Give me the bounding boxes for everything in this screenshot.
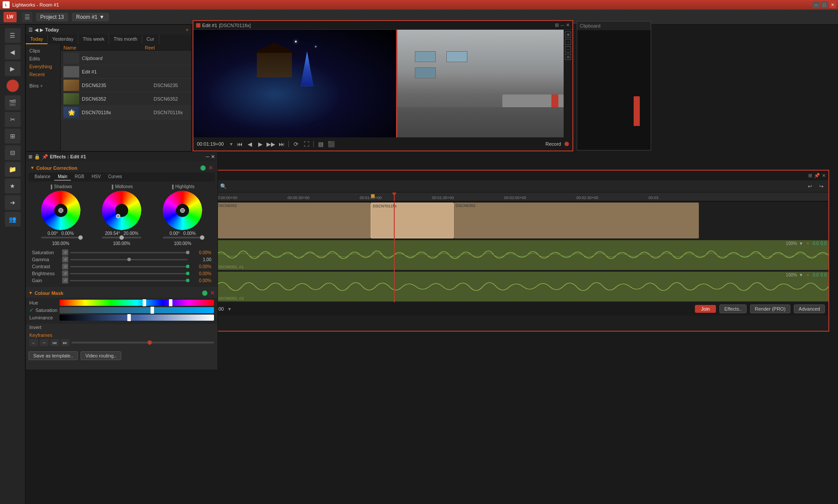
- hue-marker-2[interactable]: [169, 299, 172, 306]
- kf-prev-btn[interactable]: ←: [29, 339, 38, 346]
- preview-sidebar-btn-3[interactable]: ↔: [565, 46, 571, 52]
- tab-today[interactable]: Today: [26, 35, 48, 44]
- join-button[interactable]: Join: [695, 305, 716, 313]
- cc-tab-rgb[interactable]: RGB: [71, 173, 88, 181]
- gain-slider[interactable]: [70, 280, 188, 281]
- tab-this-month[interactable]: This month: [109, 35, 142, 44]
- bins-add-icon[interactable]: +: [40, 83, 42, 88]
- tool-clip[interactable]: 🎬: [5, 95, 21, 110]
- mask-expand-icon[interactable]: ▼: [28, 290, 33, 295]
- mask-enable-dot[interactable]: [202, 290, 207, 296]
- preview-minimize-icon[interactable]: ─: [561, 23, 564, 28]
- tool-forward[interactable]: ▶: [5, 61, 21, 76]
- tool-hamburger[interactable]: ☰: [5, 28, 21, 43]
- project-label[interactable]: Project 13: [36, 13, 68, 21]
- kf-marker[interactable]: [147, 340, 152, 345]
- tool-folder[interactable]: 📁: [5, 162, 21, 177]
- highlights-slider[interactable]: [163, 237, 202, 238]
- preview-sidebar-btn-4[interactable]: ⊟: [565, 54, 571, 60]
- tool-layers[interactable]: ⊟: [5, 145, 21, 160]
- minimize-button[interactable]: ─: [813, 1, 820, 8]
- tl-clip-v1-1[interactable]: DSCN6352: [215, 203, 371, 238]
- highlights-wheel[interactable]: [163, 191, 202, 230]
- preview-settings-icon[interactable]: ⊞: [555, 22, 559, 28]
- cc-close-btn[interactable]: ✕: [208, 164, 213, 171]
- timeline-close-icon[interactable]: ✕: [822, 173, 826, 178]
- gamma-slider[interactable]: [70, 259, 188, 260]
- forward-icon[interactable]: ▶: [40, 27, 43, 33]
- tool-back[interactable]: ◀: [5, 45, 21, 60]
- lum-bar[interactable]: [60, 315, 214, 321]
- tool-edit[interactable]: ✂: [5, 112, 21, 127]
- saturation-icon[interactable]: ↺: [62, 249, 68, 256]
- room-selector[interactable]: Room #1 ▼: [72, 13, 109, 21]
- effects-lock-icon[interactable]: 🔒: [34, 154, 40, 160]
- tab-yesterday[interactable]: Yesterday: [48, 35, 78, 44]
- preview-sidebar-btn-1[interactable]: ⊞: [565, 32, 571, 38]
- effects-close-icon[interactable]: ✕: [211, 154, 215, 160]
- filter-clips[interactable]: Clips: [26, 47, 60, 55]
- contrast-slider[interactable]: [70, 266, 188, 267]
- gain-icon[interactable]: ↺: [62, 277, 68, 284]
- brightness-icon[interactable]: ↺: [62, 270, 68, 276]
- hue-marker-1[interactable]: [143, 299, 146, 306]
- filter-bins[interactable]: Bins +: [26, 82, 60, 90]
- list-item[interactable]: Edit #1: [61, 65, 191, 79]
- hue-bar[interactable]: [60, 300, 214, 306]
- tool-users[interactable]: 👥: [5, 212, 21, 227]
- save-template-button[interactable]: Save as template..: [28, 351, 78, 360]
- midtones-wheel[interactable]: [102, 191, 141, 230]
- list-item[interactable]: DSCN6235 DSCN6235: [61, 79, 191, 92]
- effects-settings-icon[interactable]: ⊞: [28, 154, 32, 160]
- tl-search-btn[interactable]: 🔍: [219, 182, 228, 191]
- timeline-pin-icon[interactable]: 📌: [814, 173, 820, 178]
- sat-bar[interactable]: [60, 307, 214, 313]
- tool-star[interactable]: ★: [5, 178, 21, 193]
- menu-button[interactable]: ☰: [22, 12, 32, 22]
- tl-undo-btn[interactable]: ↩: [806, 182, 814, 191]
- close-button[interactable]: ✕: [829, 1, 836, 8]
- advanced-button[interactable]: Advanced: [794, 304, 825, 313]
- tl-clip-v1-3[interactable]: DSCN6352: [454, 203, 699, 238]
- back-icon[interactable]: ◀: [35, 27, 38, 33]
- list-item[interactable]: 🌟 DSCN7011fix DSCN7011fix: [61, 106, 191, 119]
- sat-check-icon[interactable]: ✓: [29, 307, 34, 313]
- tl-redo-btn[interactable]: ↪: [817, 182, 826, 191]
- render-button[interactable]: Render (PRO): [750, 304, 790, 313]
- a2-clip[interactable]: DSCN6352, A2: [215, 272, 828, 301]
- cc-tab-curves[interactable]: Curves: [105, 173, 126, 181]
- preview-close-icon[interactable]: ✕: [566, 22, 570, 28]
- tab-this-week[interactable]: This week: [78, 35, 109, 44]
- filter-everything[interactable]: Everything: [26, 63, 60, 70]
- mask-close-btn[interactable]: ✕: [210, 290, 215, 296]
- list-item[interactable]: Clipboard: [61, 52, 191, 65]
- preview-sidebar-btn-2[interactable]: ↕: [565, 39, 571, 45]
- list-item[interactable]: DSCN6352 DSCN6352: [61, 92, 191, 106]
- cc-enable-dot[interactable]: [200, 165, 206, 171]
- midtones-slider[interactable]: [102, 237, 141, 238]
- hamburger-icon[interactable]: ☰: [28, 27, 33, 33]
- preview-clip-btn[interactable]: ⬛: [327, 140, 336, 147]
- a2-vol-dropdown-icon[interactable]: ▼: [799, 273, 803, 277]
- saturation-slider[interactable]: [70, 252, 188, 253]
- shadows-slider[interactable]: [41, 237, 81, 238]
- lum-marker[interactable]: [127, 314, 131, 321]
- filter-edits[interactable]: Edits: [26, 55, 60, 63]
- kf-prev2-btn[interactable]: ⏮: [50, 339, 59, 346]
- shadows-wheel[interactable]: [41, 191, 81, 230]
- tool-arrow-right[interactable]: ➜: [5, 195, 21, 210]
- timeline-settings-icon[interactable]: ⊞: [808, 173, 812, 178]
- preview-play-btn[interactable]: ▶: [256, 140, 265, 147]
- effects-minimize-icon[interactable]: ─: [206, 154, 209, 159]
- tool-grid[interactable]: ⊞: [5, 129, 21, 144]
- tool-record-circle[interactable]: [7, 80, 19, 92]
- brightness-slider[interactable]: [70, 273, 188, 274]
- preview-prev-btn[interactable]: ◀: [245, 140, 254, 147]
- filter-recent[interactable]: Recent: [26, 70, 60, 78]
- effects-button[interactable]: Effects..: [719, 304, 747, 313]
- a1-vol-dropdown-icon[interactable]: ▼: [799, 241, 803, 246]
- maximize-button[interactable]: □: [821, 1, 828, 8]
- kf-next2-btn[interactable]: ⏭: [61, 339, 70, 346]
- a1-track-content[interactable]: DSCN6352, A1 100% ▼ + 0.0 0.0: [215, 239, 828, 271]
- tl-clip-v1-2[interactable]: DSCN7011fix: [371, 203, 454, 238]
